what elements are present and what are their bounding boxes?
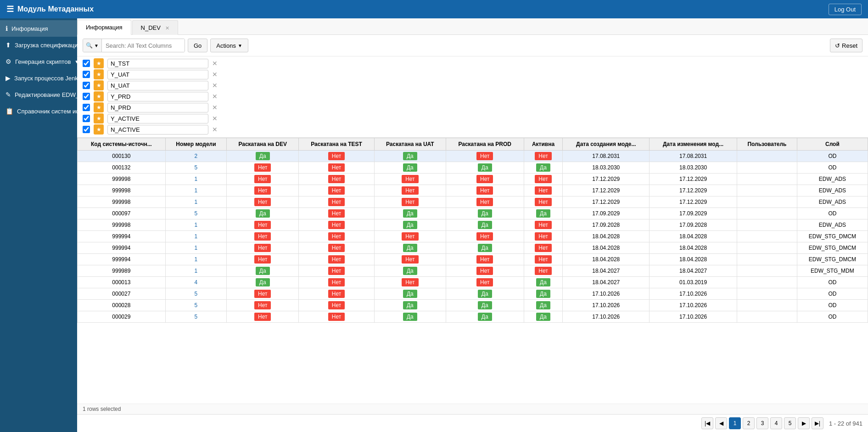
- model-link[interactable]: 1: [195, 268, 198, 274]
- table-row[interactable]: 000013 4 Да Нет Нет Нет Да 18.04.2027 01…: [78, 277, 868, 288]
- page-3-button[interactable]: 3: [756, 417, 768, 429]
- table-row[interactable]: 999998 1 Нет Нет Нет Нет Нет 17.12.2029 …: [78, 196, 868, 208]
- model-link[interactable]: 1: [195, 176, 198, 182]
- menu-icon[interactable]: ☰: [6, 4, 14, 14]
- model-link[interactable]: 5: [195, 291, 198, 297]
- col-header-changed[interactable]: Дата изменения мод...: [650, 138, 737, 151]
- page-4-button[interactable]: 4: [770, 417, 782, 429]
- col-header-prod[interactable]: Раскатана на PROD: [446, 138, 524, 151]
- col-header-active[interactable]: Активна: [524, 138, 563, 151]
- sidebar-item-genscripts[interactable]: ⚙ Генерация скриптов ▼: [0, 53, 77, 70]
- filter-clear-1[interactable]: ✕: [212, 71, 218, 78]
- filter-clear-5[interactable]: ✕: [212, 115, 218, 122]
- page-first-button[interactable]: |◀: [701, 417, 713, 429]
- model-link[interactable]: 5: [195, 210, 198, 217]
- table-row[interactable]: 000132 5 Нет Нет Да Да Да 18.03.2030 18.…: [78, 162, 868, 174]
- search-dropdown[interactable]: 🔍 ▼: [83, 39, 102, 52]
- table-row[interactable]: 999994 1 Нет Нет Нет Нет Нет 18.04.2028 …: [78, 254, 868, 265]
- page-5-button[interactable]: 5: [784, 417, 796, 429]
- filter-clear-0[interactable]: ✕: [212, 60, 218, 67]
- model-link[interactable]: 1: [195, 233, 198, 240]
- page-prev-button[interactable]: ◀: [715, 417, 727, 429]
- table-row[interactable]: 000027 5 Нет Нет Да Да Да 17.10.2026 17.…: [78, 288, 868, 300]
- cell-model[interactable]: 1: [165, 265, 226, 277]
- filter-checkbox-5[interactable]: [83, 115, 90, 122]
- model-link[interactable]: 1: [195, 199, 198, 205]
- model-link[interactable]: 5: [195, 302, 198, 309]
- tab-information[interactable]: Информация: [77, 20, 131, 35]
- filter-checkbox-0[interactable]: [83, 60, 90, 67]
- cell-model[interactable]: 1: [165, 231, 226, 242]
- page-2-button[interactable]: 2: [743, 417, 755, 429]
- sidebar-item-edw[interactable]: ✎ Редактирование EDW_...: [0, 86, 77, 103]
- cell-model[interactable]: 5: [165, 162, 226, 174]
- table-row[interactable]: 999994 1 Нет Нет Нет Нет Нет 18.04.2028 …: [78, 231, 868, 242]
- filter-checkbox-3[interactable]: [83, 93, 90, 100]
- cell-model[interactable]: 1: [165, 185, 226, 196]
- page-next-button[interactable]: ▶: [798, 417, 810, 429]
- filter-star-3[interactable]: ★: [94, 91, 104, 101]
- model-link[interactable]: 1: [195, 245, 198, 251]
- col-header-created[interactable]: Дата создания моде...: [563, 138, 650, 151]
- filter-star-1[interactable]: ★: [94, 69, 104, 79]
- table-row[interactable]: 999998 1 Нет Нет Да Да Нет 17.09.2028 17…: [78, 219, 868, 231]
- table-row[interactable]: 000029 5 Нет Нет Да Да Да 17.10.2026 17.…: [78, 311, 868, 323]
- col-header-code[interactable]: Код системы-источн...: [78, 138, 166, 151]
- filter-star-4[interactable]: ★: [94, 102, 104, 112]
- col-header-user[interactable]: Пользователь: [737, 138, 797, 151]
- page-1-button[interactable]: 1: [729, 417, 741, 429]
- sidebar-item-refbook[interactable]: 📋 Справочник систем ис...: [0, 103, 77, 119]
- cell-model[interactable]: 1: [165, 219, 226, 231]
- filter-checkbox-4[interactable]: [83, 104, 90, 111]
- filter-star-0[interactable]: ★: [94, 58, 104, 68]
- filter-checkbox-6[interactable]: [83, 126, 90, 133]
- page-last-button[interactable]: ▶|: [812, 417, 823, 429]
- filter-star-6[interactable]: ★: [94, 124, 104, 135]
- cell-model[interactable]: 1: [165, 242, 226, 254]
- search-input[interactable]: [102, 39, 185, 52]
- cell-model[interactable]: 1: [165, 254, 226, 265]
- filter-star-2[interactable]: ★: [94, 80, 104, 90]
- cell-model[interactable]: 1: [165, 196, 226, 208]
- model-link[interactable]: 2: [195, 153, 198, 159]
- cell-model[interactable]: 5: [165, 300, 226, 311]
- model-link[interactable]: 5: [195, 314, 198, 320]
- model-link[interactable]: 1: [195, 222, 198, 228]
- col-header-layer[interactable]: Слой: [797, 138, 868, 151]
- sidebar-item-info[interactable]: ℹ Информация: [0, 20, 77, 37]
- cell-model[interactable]: 5: [165, 208, 226, 219]
- filter-checkbox-1[interactable]: [83, 71, 90, 78]
- filter-checkbox-2[interactable]: [83, 82, 90, 89]
- go-button[interactable]: Go: [188, 39, 207, 52]
- cell-model[interactable]: 5: [165, 288, 226, 300]
- table-row[interactable]: 999994 1 Нет Нет Да Да Нет 18.04.2028 18…: [78, 242, 868, 254]
- cell-model[interactable]: 5: [165, 311, 226, 323]
- cell-model[interactable]: 1: [165, 174, 226, 185]
- model-link[interactable]: 4: [195, 279, 198, 286]
- model-link[interactable]: 1: [195, 187, 198, 194]
- table-row[interactable]: 999989 1 Да Нет Да Нет Нет 18.04.2027 18…: [78, 265, 868, 277]
- tab-close-icon[interactable]: ✕: [165, 25, 169, 31]
- col-header-uat[interactable]: Раскатана на UAT: [374, 138, 446, 151]
- sidebar-item-upload[interactable]: ⬆ Загрузка спецификации: [0, 37, 77, 53]
- logout-button[interactable]: Log Out: [829, 4, 862, 15]
- model-link[interactable]: 1: [195, 256, 198, 263]
- filter-star-5[interactable]: ★: [94, 113, 104, 123]
- table-row[interactable]: 000097 5 Да Нет Да Да Да 17.09.2029 17.0…: [78, 208, 868, 219]
- col-header-dev[interactable]: Раскатана на DEV: [227, 138, 299, 151]
- model-link[interactable]: 5: [195, 164, 198, 171]
- col-header-model[interactable]: Номер модели: [165, 138, 226, 151]
- sidebar-item-jenkins[interactable]: ▶ Запуск процессов Jenki...: [0, 70, 77, 86]
- filter-clear-3[interactable]: ✕: [212, 93, 218, 100]
- filter-clear-4[interactable]: ✕: [212, 104, 218, 111]
- filter-clear-6[interactable]: ✕: [212, 126, 218, 133]
- tab-ndev[interactable]: N_DEV ✕: [132, 20, 178, 35]
- cell-model[interactable]: 4: [165, 277, 226, 288]
- reset-button[interactable]: ↺ Reset: [830, 39, 862, 52]
- table-row[interactable]: 999998 1 Нет Нет Нет Нет Нет 17.12.2029 …: [78, 185, 868, 196]
- cell-model[interactable]: 2: [165, 151, 226, 162]
- filter-clear-2[interactable]: ✕: [212, 82, 218, 89]
- table-row[interactable]: 000130 2 Да Нет Да Нет Нет 17.08.2031 17…: [78, 151, 868, 162]
- actions-button[interactable]: Actions ▼: [210, 39, 248, 52]
- table-row[interactable]: 999998 1 Нет Нет Нет Нет Нет 17.12.2029 …: [78, 174, 868, 185]
